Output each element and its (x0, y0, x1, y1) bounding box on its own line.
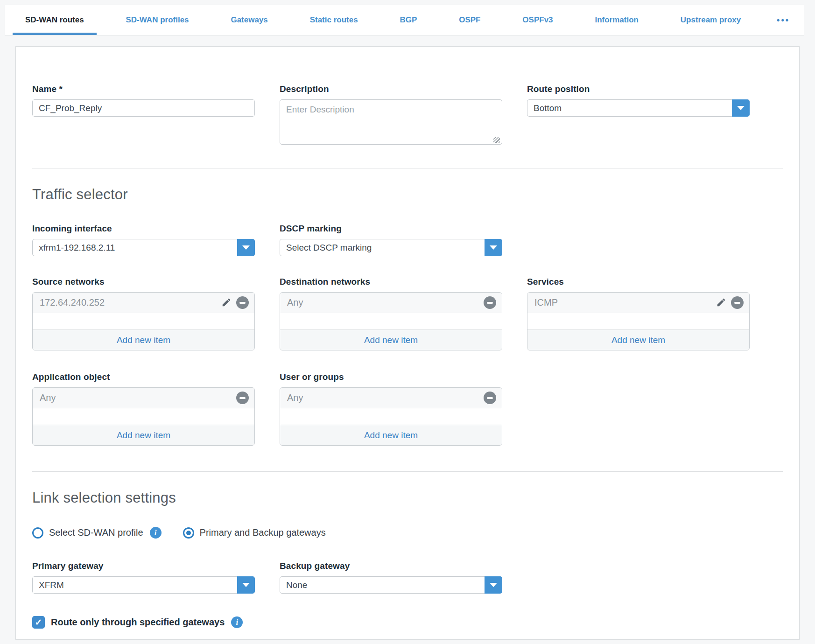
primary-gateway-field-group: Primary gateway XFRM (32, 561, 255, 594)
radio-primary-backup-gateways[interactable]: Primary and Backup gateways (183, 527, 326, 539)
list-item[interactable]: Any (280, 388, 502, 408)
remove-icon[interactable] (731, 296, 744, 309)
listbox-empty-area (527, 313, 749, 329)
link-selection-title: Link selection settings (32, 490, 783, 506)
tab-gateways[interactable]: Gateways (218, 5, 280, 35)
edit-icon[interactable] (716, 297, 727, 308)
tab-static-routes[interactable]: Static routes (297, 5, 371, 35)
radio-icon[interactable] (183, 527, 194, 539)
route-position-label: Route position (527, 84, 750, 94)
list-item-value: Any (287, 392, 484, 403)
list-item[interactable]: ICMP (527, 293, 749, 313)
radio-select-sdwan-profile[interactable]: Select SD-WAN profile i (32, 527, 162, 539)
user-or-groups-listbox: Any Add new item (280, 387, 502, 446)
incoming-interface-value: xfrm1-192.168.2.11 (33, 243, 237, 253)
backup-gateway-field-group: Backup gateway None (280, 561, 502, 594)
name-label: Name * (32, 84, 255, 94)
add-new-item-label: Add new item (117, 430, 170, 441)
route-position-field-group: Route position Bottom (527, 84, 750, 117)
backup-gateway-label: Backup gateway (280, 561, 502, 571)
dropdown-arrow-icon[interactable] (485, 239, 502, 256)
add-new-item-label: Add new item (364, 335, 418, 345)
add-new-item-button[interactable]: Add new item (280, 329, 502, 350)
tab-bar: SD-WAN routes SD-WAN profiles Gateways S… (5, 5, 804, 35)
add-new-item-button[interactable]: Add new item (280, 425, 502, 445)
destination-networks-label: Destination networks (280, 277, 502, 287)
dscp-marking-field-group: DSCP marking Select DSCP marking (280, 224, 502, 256)
list-item[interactable]: Any (280, 293, 502, 313)
sdwan-route-form-card: Name * Description Route position Bottom… (15, 46, 800, 640)
source-networks-listbox: 172.64.240.252 Add new item (32, 292, 255, 350)
remove-icon[interactable] (236, 392, 249, 404)
dropdown-arrow-icon[interactable] (237, 576, 255, 594)
application-object-label: Application object (32, 372, 255, 382)
primary-gateway-select[interactable]: XFRM (32, 576, 255, 594)
primary-gateway-value: XFRM (33, 580, 237, 590)
add-new-item-button[interactable]: Add new item (33, 329, 254, 350)
route-position-value: Bottom (527, 103, 732, 113)
add-new-item-label: Add new item (117, 335, 170, 345)
traffic-selector-selects-row: Incoming interface xfrm1-192.168.2.11 DS… (32, 224, 783, 256)
incoming-interface-field-group: Incoming interface xfrm1-192.168.2.11 (32, 224, 255, 256)
route-only-checkbox[interactable]: ✓ (32, 616, 45, 629)
route-position-select[interactable]: Bottom (527, 99, 750, 117)
section-divider (32, 168, 783, 168)
services-label: Services (527, 277, 750, 287)
description-textarea[interactable] (280, 99, 502, 145)
general-fields-row: Name * Description Route position Bottom (32, 84, 783, 147)
edit-icon[interactable] (221, 297, 232, 308)
radio-label: Select SD-WAN profile (49, 527, 143, 538)
user-or-groups-label: User or groups (280, 372, 502, 382)
remove-icon[interactable] (484, 296, 496, 309)
list-item[interactable]: Any (33, 388, 254, 408)
dropdown-arrow-icon[interactable] (485, 576, 502, 594)
list-item[interactable]: 172.64.240.252 (33, 293, 254, 313)
section-divider (32, 471, 783, 472)
info-icon[interactable]: i (150, 527, 162, 539)
info-icon[interactable]: i (231, 616, 243, 628)
services-field-group: Services ICMP Add new item (527, 277, 750, 350)
traffic-selector-title: Traffic selector (32, 186, 783, 203)
tab-sdwan-profiles[interactable]: SD-WAN profiles (113, 5, 201, 35)
list-item-value: 172.64.240.252 (40, 297, 221, 308)
radio-icon[interactable] (32, 527, 43, 539)
listbox-empty-area (33, 408, 254, 425)
tab-ospf[interactable]: OSPF (446, 5, 493, 35)
tab-information[interactable]: Information (582, 5, 651, 35)
listbox-empty-area (33, 313, 254, 329)
remove-icon[interactable] (236, 296, 249, 309)
dscp-marking-value: Select DSCP marking (280, 243, 485, 253)
primary-gateway-label: Primary gateway (32, 561, 255, 571)
list-item-value: ICMP (534, 297, 716, 308)
tab-ospfv3[interactable]: OSPFv3 (510, 5, 565, 35)
add-new-item-button[interactable]: Add new item (527, 329, 749, 350)
add-new-item-label: Add new item (364, 430, 418, 441)
add-new-item-label: Add new item (611, 335, 665, 345)
tab-upstream-proxy[interactable]: Upstream proxy (668, 5, 753, 35)
tab-bgp[interactable]: BGP (387, 5, 430, 35)
application-object-listbox: Any Add new item (32, 387, 255, 446)
remove-icon[interactable] (484, 392, 496, 404)
destination-networks-listbox: Any Add new item (280, 292, 502, 350)
gateways-row: Primary gateway XFRM Backup gateway None (32, 561, 783, 594)
networks-services-row: Source networks 172.64.240.252 Add new i… (32, 277, 783, 350)
tab-sdwan-routes[interactable]: SD-WAN routes (13, 5, 97, 35)
listbox-empty-area (280, 313, 502, 329)
backup-gateway-select[interactable]: None (280, 576, 502, 594)
source-networks-field-group: Source networks 172.64.240.252 Add new i… (32, 277, 255, 350)
more-tabs-button[interactable]: ••• (770, 5, 796, 35)
application-users-row: Application object Any Add new item User… (32, 372, 783, 446)
add-new-item-button[interactable]: Add new item (33, 425, 254, 445)
source-networks-label: Source networks (32, 277, 255, 287)
destination-networks-field-group: Destination networks Any Add new item (280, 277, 502, 350)
description-field-group: Description (280, 84, 502, 147)
route-only-label: Route only through specified gateways (51, 617, 225, 628)
dropdown-arrow-icon[interactable] (732, 99, 750, 117)
incoming-interface-select[interactable]: xfrm1-192.168.2.11 (32, 239, 255, 256)
name-field-group: Name * (32, 84, 255, 117)
name-input[interactable] (32, 99, 255, 117)
backup-gateway-value: None (280, 580, 485, 590)
list-item-value: Any (287, 297, 484, 308)
dropdown-arrow-icon[interactable] (237, 239, 255, 256)
dscp-marking-select[interactable]: Select DSCP marking (280, 239, 502, 256)
